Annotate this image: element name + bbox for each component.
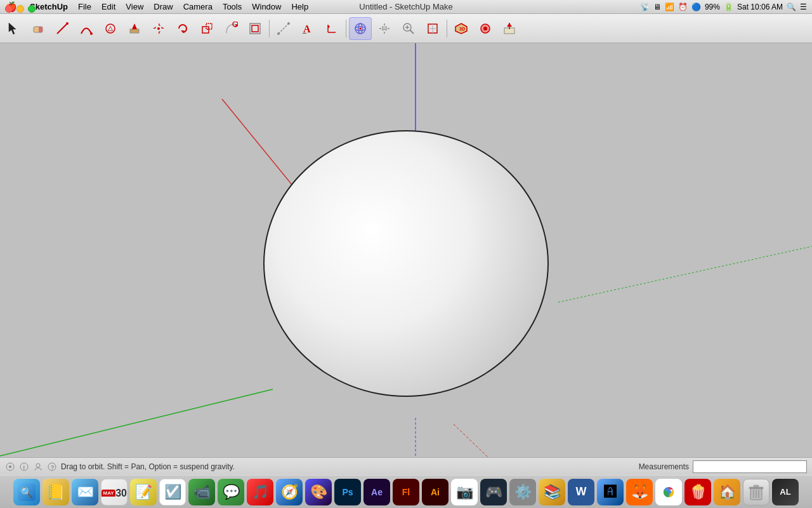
dock-item-notebook[interactable]: 📒 (43, 479, 69, 505)
svg-line-35 (410, 30, 414, 34)
dock-item-mail[interactable]: ✉️ (72, 479, 98, 505)
orbit-tool-button[interactable] (349, 17, 372, 40)
dock-item-notes[interactable]: 📝 (130, 479, 157, 505)
status-info-icon: i (19, 462, 29, 472)
dock-item-pixelmator[interactable]: 🎨 (305, 479, 332, 505)
shapes-tool-button[interactable] (99, 17, 122, 40)
followme-tool-button[interactable] (219, 17, 242, 40)
svg-text:?: ? (51, 464, 55, 470)
monitor-icon: 🖥 (653, 3, 661, 11)
3dwarehouse-button[interactable]: 3D (450, 17, 473, 40)
close-button[interactable] (5, 5, 13, 13)
toolbar: A 3D (0, 14, 812, 43)
notification-icon[interactable]: ☰ (800, 3, 807, 11)
svg-marker-12 (153, 27, 157, 29)
svg-point-24 (287, 22, 290, 25)
status-location-icon (5, 462, 15, 472)
traffic-lights (5, 5, 36, 13)
dock-item-appstore[interactable]: 🅰 (597, 479, 624, 505)
svg-point-52 (36, 464, 40, 467)
status-person-icon (33, 462, 43, 472)
svg-rect-21 (252, 25, 258, 32)
menu-camera[interactable]: Camera (178, 2, 218, 11)
menu-window[interactable]: Window (247, 2, 286, 11)
dock-item-itunes[interactable]: 🎵 (247, 479, 273, 505)
fullscreen-button[interactable] (28, 5, 36, 13)
dock-item-al[interactable]: AL (772, 479, 799, 505)
dock-item-word[interactable]: W (568, 479, 594, 505)
toolbar-sep-3 (447, 20, 447, 37)
dock-item-sysprefs[interactable]: ⚙️ (509, 479, 536, 505)
menubar: 🍎 SketchUp File Edit View Draw Camera To… (0, 0, 812, 14)
dock-item-trash[interactable] (743, 479, 769, 505)
dock-item-steam[interactable]: 🎮 (480, 479, 507, 505)
dock-item-photos[interactable]: 📷 (451, 479, 478, 505)
status-message: Drag to orbit. Shift = Pan, Option = sus… (61, 462, 635, 471)
minimize-button[interactable] (16, 5, 24, 13)
scale-tool-button[interactable] (195, 17, 218, 40)
svg-point-6 (106, 24, 115, 33)
measurements-input[interactable] (693, 460, 807, 473)
airplay-icon: 📡 (640, 3, 650, 11)
green-axis-right (558, 246, 812, 302)
svg-point-23 (277, 32, 280, 35)
menu-tools[interactable]: Tools (218, 2, 247, 11)
menu-file[interactable]: File (73, 2, 96, 11)
components-button[interactable] (474, 17, 497, 40)
text-tool-button[interactable]: A (296, 17, 319, 40)
dock-item-facetime[interactable]: 📹 (188, 479, 215, 505)
menu-view[interactable]: View (121, 2, 148, 11)
dock-item-popcorn[interactable]: 🍿 (684, 479, 711, 505)
status-help-icon: ? (47, 462, 57, 472)
svg-text:3D: 3D (459, 27, 465, 31)
offset-tool-button[interactable] (244, 17, 266, 40)
eraser-tool-button[interactable] (27, 17, 49, 40)
svg-point-33 (360, 27, 362, 29)
dock-item-messages[interactable]: 💬 (218, 479, 244, 505)
export-button[interactable] (498, 17, 521, 40)
svg-text:i: i (23, 464, 25, 470)
menu-edit[interactable]: Edit (96, 2, 121, 11)
rotate-tool-button[interactable] (171, 17, 194, 40)
pan-tool-button[interactable] (373, 17, 396, 40)
svg-point-49 (9, 465, 11, 468)
dock-item-photoshop[interactable]: Ps (334, 479, 361, 505)
dock-item-chrome[interactable] (655, 479, 682, 505)
svg-marker-10 (159, 23, 160, 27)
wifi-icon: 📶 (665, 3, 674, 11)
pushpull-tool-button[interactable] (123, 17, 146, 40)
svg-point-44 (483, 27, 487, 30)
line-tool-button[interactable] (51, 17, 74, 40)
red-axis-dashed (454, 424, 533, 457)
select-tool-button[interactable] (3, 17, 25, 40)
bluetooth-icon: 🔵 (691, 3, 701, 11)
dock-item-illustrator[interactable]: Ai (422, 479, 449, 505)
svg-marker-11 (159, 30, 160, 34)
dock-item-calendar[interactable]: MAY 30 (101, 479, 128, 505)
dock-item-sketchup[interactable]: 🏠 (714, 479, 740, 505)
dock-item-reminders[interactable]: ☑️ (159, 479, 186, 505)
dock-item-firefox[interactable]: 🦊 (626, 479, 653, 505)
menu-help[interactable]: Help (286, 2, 313, 11)
svg-marker-7 (108, 26, 113, 30)
dock-item-finder[interactable]: 🔍 (13, 479, 40, 505)
svg-rect-62 (754, 485, 759, 487)
dock: 🔍 📒 ✉️ MAY 30 📝 ☑️ 📹 💬 🎵 🧭 🎨 Ps (0, 475, 812, 508)
zoomextents-tool-button[interactable] (421, 17, 444, 40)
window-title: Untitled - SketchUp Make (359, 2, 452, 11)
canvas-area[interactable] (0, 43, 812, 457)
dock-item-safari[interactable]: 🧭 (276, 479, 303, 505)
zoom-tool-button[interactable] (397, 17, 420, 40)
move-tool-button[interactable] (147, 17, 170, 40)
search-icon[interactable]: 🔍 (787, 3, 796, 11)
dock-item-aftereffects[interactable]: Ae (363, 479, 390, 505)
svg-text:🔍: 🔍 (20, 486, 33, 498)
sphere (263, 130, 549, 397)
arc-tool-button[interactable] (75, 17, 98, 40)
dock-item-ibooks[interactable]: 📚 (539, 479, 565, 505)
menu-draw[interactable]: Draw (148, 2, 178, 11)
menubar-right: 📡 🖥 📶 ⏰ 🔵 99% 🔋 Sat 10:06 AM 🔍 ☰ (640, 3, 807, 11)
axes-tool-button[interactable] (320, 17, 343, 40)
tapemeasure-tool-button[interactable] (272, 17, 295, 40)
dock-item-flash[interactable]: Fl (393, 479, 419, 505)
